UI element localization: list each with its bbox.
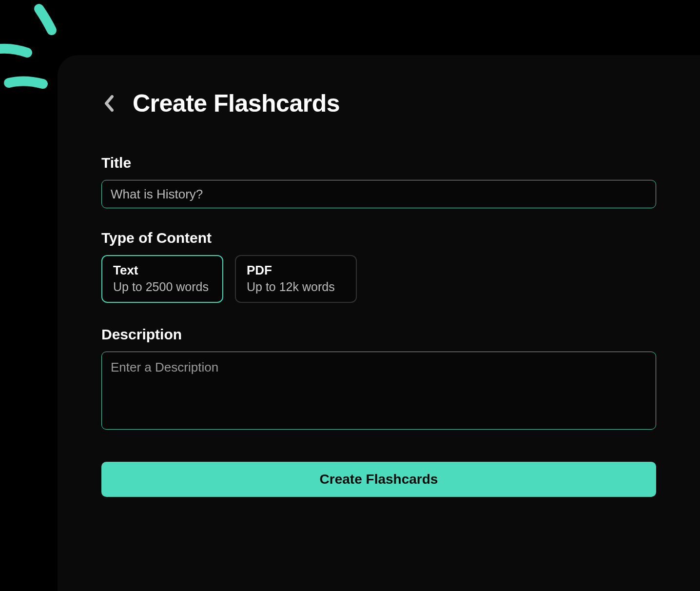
content-type-option-sub: Up to 12k words xyxy=(247,280,345,294)
description-label: Description xyxy=(101,326,656,343)
create-flashcards-button[interactable]: Create Flashcards xyxy=(101,462,656,497)
content-type-option-title: PDF xyxy=(247,263,345,278)
back-icon[interactable] xyxy=(101,94,116,113)
card-header: Create Flashcards xyxy=(101,89,656,118)
title-label: Title xyxy=(101,155,656,171)
content-type-option-text[interactable]: Text Up to 2500 words xyxy=(101,255,223,303)
page-title: Create Flashcards xyxy=(133,89,340,118)
content-type-label: Type of Content xyxy=(101,230,656,246)
content-type-option-title: Text xyxy=(113,263,212,278)
content-type-option-sub: Up to 2500 words xyxy=(113,280,212,294)
title-input[interactable] xyxy=(101,180,656,208)
description-input[interactable] xyxy=(101,352,656,430)
content-type-field: Type of Content Text Up to 2500 words PD… xyxy=(101,230,656,303)
content-type-options: Text Up to 2500 words PDF Up to 12k word… xyxy=(101,255,656,303)
create-flashcards-card: Create Flashcards Title Type of Content … xyxy=(58,55,700,591)
content-type-option-pdf[interactable]: PDF Up to 12k words xyxy=(235,255,357,303)
title-field: Title xyxy=(101,155,656,208)
description-field: Description xyxy=(101,326,656,432)
